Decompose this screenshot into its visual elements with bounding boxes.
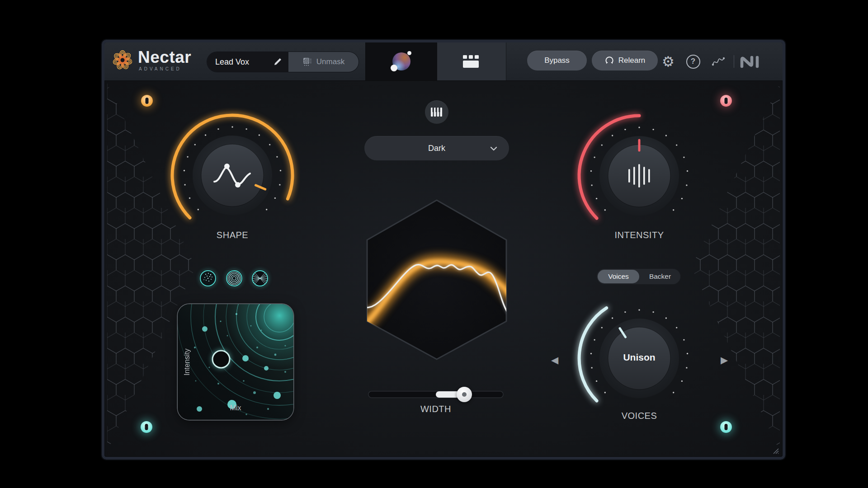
voices-value: Unison xyxy=(571,352,707,363)
tone-value: Dark xyxy=(428,144,445,153)
relearn-label: Relearn xyxy=(618,56,646,65)
voices-prev-button[interactable]: ◀ xyxy=(549,354,561,366)
nectar-flower-icon xyxy=(112,49,133,71)
fx-fan-toggle[interactable] xyxy=(251,270,269,287)
shape-module-indicator[interactable] xyxy=(141,95,153,107)
tone-dropdown[interactable]: Dark xyxy=(364,136,509,160)
unmask-label: Unmask xyxy=(316,57,344,66)
relearn-refresh-icon xyxy=(604,56,614,66)
desktop: Nectar ADVANCED Lead Vox xyxy=(0,0,868,488)
toggle-backer[interactable]: Backer xyxy=(639,272,681,281)
brand-tier: ADVANCED xyxy=(139,67,191,71)
top-bar: Nectar ADVANCED Lead Vox xyxy=(104,42,783,81)
pad-y-axis-label: Intensity xyxy=(179,304,195,420)
voices-next-button[interactable]: ▶ xyxy=(718,354,730,366)
fx-dots-toggle[interactable] xyxy=(199,270,217,287)
toggle-voices[interactable]: Voices xyxy=(598,270,639,283)
bypass-button[interactable]: Bypass xyxy=(527,51,587,70)
intensity-knob-dial xyxy=(571,108,707,244)
bypass-label: Bypass xyxy=(544,56,570,65)
piano-keys-icon xyxy=(430,107,443,117)
preset-name: Lead Vox xyxy=(215,57,249,67)
assistant-orb-icon xyxy=(392,52,410,70)
resize-grip[interactable] xyxy=(772,447,779,454)
key-listen-button[interactable] xyxy=(425,100,448,124)
preset-selector[interactable]: Lead Vox xyxy=(207,52,288,72)
audiolens-signal-icon[interactable] xyxy=(708,42,729,80)
voices-module-indicator[interactable] xyxy=(720,421,732,433)
help-icon[interactable]: ? xyxy=(683,42,703,80)
width-slider[interactable] xyxy=(368,391,504,398)
intensity-module-indicator[interactable] xyxy=(720,95,732,107)
tab-module-strip-view[interactable] xyxy=(437,42,506,80)
voices-label: VOICES xyxy=(571,411,707,421)
width-slider-handle[interactable] xyxy=(457,387,472,402)
settings-gear-icon[interactable]: ⚙ xyxy=(658,42,678,80)
voices-backer-toggle: Voices Backer xyxy=(596,268,681,285)
fx-rings-toggle[interactable] xyxy=(226,270,243,287)
chevron-down-icon xyxy=(490,146,497,151)
shape-label: SHAPE xyxy=(165,230,300,240)
tab-assistant-view[interactable] xyxy=(365,42,438,80)
brand-logo: Nectar ADVANCED xyxy=(112,49,191,71)
pad-puck[interactable] xyxy=(212,351,230,368)
intensity-knob[interactable] xyxy=(571,108,707,244)
intensity-label: INTENSITY xyxy=(571,230,707,240)
shape-knob-dial xyxy=(165,108,300,243)
unmask-button[interactable]: Unmask xyxy=(288,52,359,72)
help-glyph: ? xyxy=(691,57,695,66)
spectrum-hexagon-display xyxy=(365,198,508,361)
width-label: WIDTH xyxy=(368,404,504,414)
shape-knob[interactable] xyxy=(165,108,300,243)
brand-name: Nectar xyxy=(138,49,191,66)
topbar-divider xyxy=(734,55,734,68)
nectar-plugin-window: Nectar ADVANCED Lead Vox xyxy=(102,40,785,460)
preset-group: Lead Vox Unmask xyxy=(207,52,359,72)
relearn-button[interactable]: Relearn xyxy=(592,51,658,70)
reverb-xy-pad[interactable] xyxy=(178,304,293,420)
pad-space-scene xyxy=(178,304,293,420)
native-instruments-logo xyxy=(737,42,762,80)
unmask-icon xyxy=(302,57,312,67)
module-strip-icon xyxy=(463,55,480,68)
pencil-icon[interactable] xyxy=(273,57,282,66)
pad-module-indicator[interactable] xyxy=(141,421,152,433)
pad-x-axis-label: Mix xyxy=(178,404,293,412)
